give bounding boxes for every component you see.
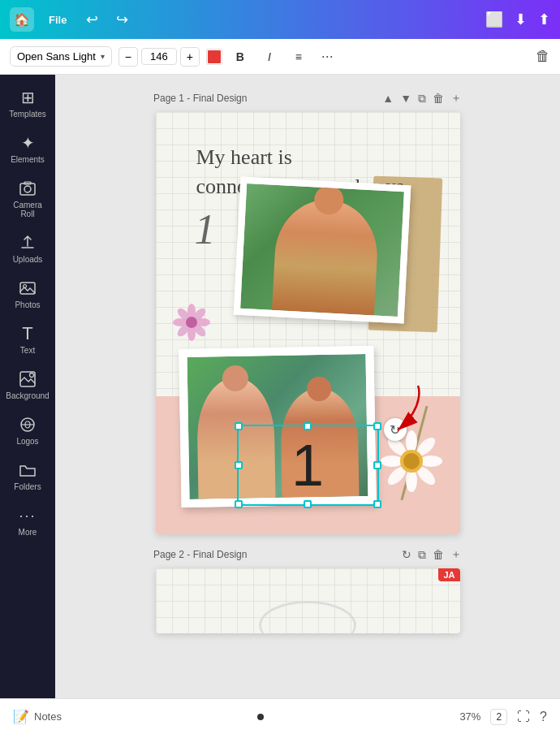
page1-header-icons: ▲ ▼ ⧉ 🗑 ＋ — [382, 91, 462, 106]
progress-dot — [257, 714, 264, 720]
font-size-decrease-button[interactable]: − — [118, 47, 138, 67]
canvas-area: Page 1 - Final Design ▲ ▼ ⧉ 🗑 ＋ My heart — [55, 75, 560, 698]
handle-mid-left[interactable] — [235, 461, 243, 469]
person-photo-1 — [271, 197, 379, 315]
more-options-button[interactable]: ··· — [317, 45, 338, 68]
page2-wrapper: Page 2 - Final Design ↻ ⧉ 🗑 ＋ JA — [71, 547, 544, 633]
camera-roll-icon — [19, 179, 37, 198]
page1-delete-icon[interactable]: 🗑 — [433, 92, 444, 105]
main-area: ⊞ Templates ✦ Elements Camera Roll — [0, 75, 560, 698]
uploads-label: Uploads — [13, 255, 43, 264]
notes-label: Notes — [34, 710, 62, 723]
handle-mid-right[interactable] — [373, 461, 381, 469]
bold-button[interactable]: B — [229, 45, 252, 68]
redo-button[interactable]: ↪ — [111, 7, 133, 32]
handle-top-mid[interactable] — [304, 422, 312, 430]
page1-canvas[interactable]: My heart is connected to you always 1 — [156, 112, 460, 534]
fullscreen-button[interactable]: ⛶ — [517, 710, 530, 724]
page2-add-icon[interactable]: ＋ — [450, 547, 462, 562]
page1-up-icon[interactable]: ▲ — [382, 92, 394, 105]
page2-canvas[interactable]: JA — [156, 568, 460, 633]
home-button[interactable]: 🏠 — [10, 7, 34, 32]
svg-point-19 — [406, 469, 417, 492]
color-swatch — [208, 50, 221, 63]
handwriting-line1: My heart is — [196, 143, 404, 172]
photo-frame-1[interactable] — [233, 177, 411, 324]
notes-button[interactable]: 📝 Notes — [13, 709, 62, 724]
page1-header: Page 1 - Final Design ▲ ▼ ⧉ 🗑 ＋ — [153, 91, 462, 106]
sidebar-item-background[interactable]: Background — [3, 363, 52, 407]
more-label: More — [19, 528, 37, 537]
page-number-badge: 2 — [490, 709, 507, 725]
page2-title: Page 2 - Final Design — [153, 549, 395, 560]
svg-point-17 — [186, 317, 197, 328]
sidebar-item-folders[interactable]: Folders — [3, 454, 52, 498]
page1-down-icon[interactable]: ▼ — [400, 92, 411, 105]
sidebar-item-more[interactable]: ··· More — [3, 499, 52, 543]
flower-decoration-small — [172, 303, 211, 349]
sidebar-item-uploads[interactable]: Uploads — [3, 227, 52, 270]
font-name-label: Open Sans Light — [17, 50, 96, 63]
handle-top-left[interactable] — [235, 422, 243, 430]
font-size-input[interactable]: 146 — [141, 48, 177, 65]
notes-icon: 📝 — [13, 709, 29, 724]
text-label: Text — [20, 346, 35, 355]
svg-rect-0 — [20, 184, 35, 195]
handle-bottom-mid[interactable] — [304, 500, 312, 508]
elements-icon: ✦ — [21, 133, 35, 153]
page2-delete-icon[interactable]: 🗑 — [433, 548, 444, 561]
page1-add-icon[interactable]: ＋ — [450, 91, 462, 106]
svg-point-27 — [403, 453, 420, 469]
templates-icon: ⊞ — [21, 88, 35, 107]
sidebar-item-photos[interactable]: Photos — [3, 272, 52, 316]
delete-element-button[interactable]: 🗑 — [536, 48, 550, 65]
top-toolbar: 🏠 File ↩ ↪ ⬜ ⬇ ⬆ — [0, 0, 560, 39]
zoom-level: 37% — [459, 710, 480, 723]
italic-button[interactable]: I — [258, 45, 281, 68]
svg-point-1 — [24, 186, 31, 192]
svg-rect-3 — [20, 283, 35, 294]
background-icon — [19, 369, 37, 389]
photos-icon — [19, 278, 37, 298]
page-indicator: 2 — [490, 709, 507, 725]
page1-title: Page 1 - Final Design — [153, 93, 376, 104]
help-button[interactable]: ? — [540, 710, 547, 724]
text-color-button[interactable] — [206, 49, 222, 65]
photo-1-inner — [240, 184, 404, 317]
toolbar-right-icons: ⬜ ⬇ ⬆ — [485, 11, 550, 28]
page1-wrapper: Page 1 - Final Design ▲ ▼ ⧉ 🗑 ＋ My heart — [71, 91, 544, 534]
page1-copy-icon[interactable]: ⧉ — [418, 92, 426, 106]
share-icon[interactable]: ⬆ — [538, 11, 550, 28]
font-size-increase-button[interactable]: + — [180, 47, 200, 67]
svg-point-6 — [30, 373, 34, 378]
undo-button[interactable]: ↩ — [81, 7, 103, 32]
second-toolbar: Open Sans Light ▾ − 146 + B I ≡ ··· 🗑 — [0, 39, 560, 75]
uploads-icon — [19, 233, 37, 253]
red-arrow — [353, 382, 434, 447]
svg-point-21 — [420, 456, 442, 467]
sidebar-item-elements[interactable]: ✦ Elements — [3, 127, 52, 171]
align-button[interactable]: ≡ — [287, 45, 310, 68]
folders-label: Folders — [14, 482, 41, 491]
camera-roll-label: Camera Roll — [6, 201, 49, 218]
sidebar-item-camera-roll[interactable]: Camera Roll — [3, 172, 52, 225]
templates-label: Templates — [9, 110, 46, 119]
sidebar-item-text[interactable]: T Text — [3, 317, 52, 361]
sidebar-item-logos[interactable]: Logos — [3, 408, 52, 452]
bottom-bar: 📝 Notes 37% 2 ⛶ ? — [0, 698, 560, 734]
sidebar-item-templates[interactable]: ⊞ Templates — [3, 81, 52, 125]
decorative-number-1: 1 — [195, 205, 216, 253]
present-icon[interactable]: ⬜ — [485, 11, 503, 28]
more-icon: ··· — [19, 506, 36, 525]
selected-number-text: 1 — [291, 432, 324, 499]
page2-rotate-icon[interactable]: ↻ — [402, 548, 411, 561]
download-icon[interactable]: ⬇ — [515, 11, 527, 28]
page2-copy-icon[interactable]: ⧉ — [418, 548, 426, 562]
handle-bottom-right[interactable] — [373, 500, 381, 508]
page2-badge: JA — [438, 568, 459, 581]
font-selector[interactable]: Open Sans Light ▾ — [10, 46, 112, 67]
background-label: Background — [6, 391, 49, 400]
handle-bottom-left[interactable] — [235, 500, 243, 508]
file-menu-button[interactable]: File — [42, 11, 73, 29]
folders-icon — [19, 460, 37, 480]
